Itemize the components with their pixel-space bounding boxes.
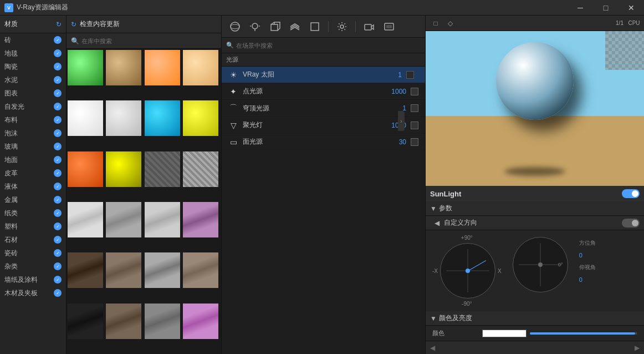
list-item[interactable] <box>183 100 218 136</box>
check-icon: ✓ <box>54 196 62 204</box>
sidebar-item-石材[interactable]: 石材✓ <box>0 233 66 246</box>
light-item-dome[interactable]: ⌒ 穹顶光源 1 <box>222 100 425 117</box>
update-button[interactable]: ↻ <box>71 21 76 28</box>
light-checkbox[interactable] <box>406 71 414 79</box>
list-item[interactable] <box>145 304 180 339</box>
sidebar-item-皮革[interactable]: 皮革✓ <box>0 166 66 180</box>
collapse-panel-button[interactable]: › <box>398 111 405 131</box>
list-item[interactable] <box>68 252 103 288</box>
list-item[interactable] <box>183 151 218 187</box>
sidebar-item-塑料[interactable]: 塑料✓ <box>0 220 66 233</box>
light-item-vray-sun[interactable]: ☀ VRay 太阳 1 <box>222 67 425 83</box>
list-item[interactable] <box>106 151 141 187</box>
color-slider[interactable] <box>530 332 637 335</box>
color-brightness-header[interactable]: ▼ 颜色及亮度 <box>426 311 644 326</box>
list-item[interactable] <box>183 304 218 339</box>
sidebar-item-图表[interactable]: 图表✓ <box>0 87 66 100</box>
material-name-label: 木材及夹板 <box>4 289 38 298</box>
close-button[interactable]: ✕ <box>619 0 644 16</box>
check-icon: ✓ <box>54 103 62 110</box>
list-item[interactable] <box>145 50 180 85</box>
sidebar-item-布料[interactable]: 布料✓ <box>0 113 66 127</box>
sidebar-item-地毯[interactable]: 地毯✓ <box>0 47 66 60</box>
sidebar-item-玻璃[interactable]: 玻璃✓ <box>0 140 66 153</box>
sidebar-item-杂类[interactable]: 杂类✓ <box>0 260 66 273</box>
list-item[interactable] <box>145 202 180 237</box>
list-item[interactable] <box>106 202 141 237</box>
light-checkbox[interactable] <box>411 88 418 95</box>
preview-btn-square[interactable]: □ <box>430 18 441 29</box>
sidebar-item-金属[interactable]: 金属✓ <box>0 193 66 206</box>
toolbar-render-icon[interactable] <box>380 18 398 35</box>
list-item[interactable] <box>68 202 103 237</box>
light-checkbox[interactable] <box>411 138 418 146</box>
sidebar-item-木材及夹板[interactable]: 木材及夹板✓ <box>0 286 66 300</box>
params-section[interactable]: ▼ 参数 <box>426 201 644 216</box>
list-item[interactable] <box>106 50 141 85</box>
list-item[interactable] <box>106 252 141 288</box>
checkerboard-pattern <box>605 31 644 70</box>
preview-cpu-label: CPU <box>628 18 640 29</box>
check-icon: ✓ <box>54 209 62 217</box>
sidebar-item-陶瓷[interactable]: 陶瓷✓ <box>0 60 66 73</box>
scene-search-input[interactable] <box>236 42 421 49</box>
list-item[interactable] <box>68 50 103 85</box>
toolbar-light-icon[interactable] <box>246 18 264 35</box>
sidebar-item-砖[interactable]: 砖✓ <box>0 33 66 47</box>
light-item-area[interactable]: ▭ 面光源 30 <box>222 134 425 150</box>
color-row: 颜色 <box>426 326 644 341</box>
light-checkbox[interactable] <box>411 122 418 129</box>
material-name-label: 液体 <box>4 182 18 191</box>
list-item[interactable] <box>183 50 218 85</box>
minimize-button[interactable]: ─ <box>568 0 593 16</box>
list-item[interactable] <box>106 100 141 136</box>
list-item[interactable] <box>145 100 180 136</box>
toolbar-sphere-icon[interactable] <box>226 18 244 35</box>
sidebar-item-纸类[interactable]: 纸类✓ <box>0 206 66 220</box>
maximize-button[interactable]: □ <box>593 0 619 16</box>
light-item-point[interactable]: ✦ 点光源 1000 <box>222 83 425 100</box>
list-item[interactable] <box>145 151 180 187</box>
check-icon: ✓ <box>54 76 62 84</box>
material-panel-header: 材质 ↻ <box>0 16 66 33</box>
light-count: 1000 <box>391 88 406 95</box>
nav-right-icon[interactable]: ▶ <box>635 344 640 352</box>
sidebar-item-水泥[interactable]: 水泥✓ <box>0 73 66 87</box>
list-item[interactable] <box>183 202 218 237</box>
sidebar-item-自发光[interactable]: 自发光✓ <box>0 100 66 113</box>
sidebar-item-泡沫[interactable]: 泡沫✓ <box>0 127 66 140</box>
check-icon: ✓ <box>54 36 62 44</box>
sunlight-toggle[interactable] <box>622 189 640 198</box>
list-item[interactable] <box>68 100 103 136</box>
list-item[interactable] <box>68 151 103 187</box>
list-item[interactable] <box>145 252 180 288</box>
preview-fraction: 1/1 <box>614 18 625 29</box>
toolbar-camera-icon[interactable] <box>360 18 378 35</box>
refresh-icon[interactable]: ↻ <box>56 21 62 28</box>
custom-direction-toggle[interactable] <box>622 219 640 227</box>
preview-btn-diamond[interactable]: ◇ <box>444 18 456 29</box>
list-item[interactable] <box>68 304 103 339</box>
material-search-input[interactable] <box>81 38 217 44</box>
color-swatch[interactable] <box>482 330 527 337</box>
light-item-spot[interactable]: ▽ 聚光灯 1000 <box>222 117 425 134</box>
svg-rect-6 <box>271 24 278 31</box>
compass-widget[interactable] <box>440 243 495 299</box>
search-icon: 🔍 <box>71 37 79 45</box>
azimuth-wheel[interactable]: 0° <box>513 237 568 292</box>
toolbar-square-icon[interactable] <box>306 18 324 35</box>
light-checkbox[interactable] <box>411 104 418 112</box>
sidebar-item-地面[interactable]: 地面✓ <box>0 153 66 166</box>
sidebar-item-液体[interactable]: 液体✓ <box>0 180 66 193</box>
toolbar-box-icon[interactable] <box>266 18 284 35</box>
toolbar-layers-icon[interactable] <box>286 18 304 35</box>
sidebar-item-墙纸及涂料[interactable]: 墙纸及涂料✓ <box>0 273 66 286</box>
update-label: 检查内容更新 <box>80 19 120 29</box>
list-item[interactable] <box>106 304 141 339</box>
title-bar: V V-Ray资源编辑器 ─ □ ✕ <box>0 0 644 16</box>
sidebar-item-瓷砖[interactable]: 瓷砖✓ <box>0 246 66 260</box>
nav-left-icon[interactable]: ◀ <box>430 344 435 352</box>
custom-direction-header[interactable]: ◀ 自定义方向 <box>426 216 644 230</box>
list-item[interactable] <box>183 252 218 288</box>
toolbar-settings-icon[interactable] <box>333 18 351 35</box>
